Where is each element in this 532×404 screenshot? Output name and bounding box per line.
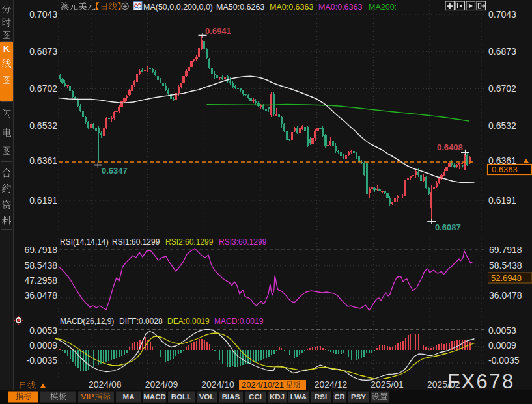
svg-text:RSI2:60.1299: RSI2:60.1299 <box>165 237 214 247</box>
svg-text:RSI(14,14,14): RSI(14,14,14) <box>60 237 109 247</box>
svg-text:36.0478: 36.0478 <box>24 290 57 301</box>
svg-text:RSI: RSI <box>315 393 327 401</box>
svg-text:MACD: MACD <box>143 393 166 401</box>
svg-text:-0.0035: -0.0035 <box>488 355 520 366</box>
svg-text:0.0053: 0.0053 <box>29 325 57 336</box>
svg-text:0.6702: 0.6702 <box>488 83 516 94</box>
svg-text:0.6873: 0.6873 <box>29 46 57 57</box>
svg-text:0.6408: 0.6408 <box>437 142 463 152</box>
svg-text:0.0009: 0.0009 <box>488 340 516 351</box>
svg-text:0.6702: 0.6702 <box>29 83 57 94</box>
svg-text:0.6347: 0.6347 <box>102 166 128 176</box>
svg-text:VOL: VOL <box>199 393 215 401</box>
svg-text:MA0:0.6363: MA0:0.6363 <box>270 3 313 12</box>
svg-text:K: K <box>3 44 10 54</box>
svg-text:47.2958: 47.2958 <box>24 275 57 286</box>
svg-text:0.7043: 0.7043 <box>488 9 516 20</box>
svg-text:58.5438: 58.5438 <box>24 260 57 271</box>
svg-text:0.6191: 0.6191 <box>488 195 516 206</box>
svg-text:RSI3:60.1299: RSI3:60.1299 <box>219 237 267 247</box>
svg-text:0.6873: 0.6873 <box>488 46 516 57</box>
svg-text:MACD:0.0019: MACD:0.0019 <box>214 317 264 326</box>
svg-text:2024/12: 2024/12 <box>315 379 348 390</box>
svg-text:2024/09: 2024/09 <box>145 379 178 390</box>
svg-text:CCI: CCI <box>249 393 262 401</box>
svg-text:2024/08: 2024/08 <box>89 379 122 390</box>
svg-text:KDJ: KDJ <box>270 393 285 401</box>
svg-text:69.7918: 69.7918 <box>489 245 522 255</box>
svg-text:DIFF:0.0028: DIFF:0.0028 <box>119 317 163 326</box>
svg-text:VIP: VIP <box>81 392 94 401</box>
svg-text:0.6532: 0.6532 <box>488 120 516 131</box>
svg-text:PSY: PSY <box>351 393 366 401</box>
svg-text:0.6191: 0.6191 <box>29 195 57 206</box>
svg-text:MA50:0.6263: MA50:0.6263 <box>216 3 264 12</box>
svg-text:MA: MA <box>123 393 135 401</box>
svg-text:MACD(26,12,9): MACD(26,12,9) <box>60 317 114 326</box>
svg-text:CR: CR <box>334 393 345 401</box>
svg-text:DEA:0.0019: DEA:0.0019 <box>167 317 210 326</box>
svg-text:52.6948: 52.6948 <box>491 273 522 283</box>
svg-text:-0.0035: -0.0035 <box>27 355 58 366</box>
svg-text:0.0053: 0.0053 <box>488 325 516 336</box>
svg-text:69.7918: 69.7918 <box>24 245 57 255</box>
svg-text:0.0009: 0.0009 <box>29 340 57 351</box>
svg-text:BOLL: BOLL <box>171 393 191 401</box>
svg-text:0.6941: 0.6941 <box>205 26 231 36</box>
svg-text:RSI1:60.1299: RSI1:60.1299 <box>112 237 160 247</box>
svg-text:58.5438: 58.5438 <box>489 260 522 271</box>
svg-text:0.7043: 0.7043 <box>29 9 57 20</box>
svg-text:LW&: LW& <box>290 393 307 401</box>
svg-text:36.0478: 36.0478 <box>489 290 522 301</box>
svg-text:MA(50,0,0,200,0,0): MA(50,0,0,200,0,0) <box>143 3 213 12</box>
svg-text:MA0:0.6363: MA0:0.6363 <box>318 3 362 12</box>
svg-text:2024/10: 2024/10 <box>201 379 234 390</box>
svg-text:0.6361: 0.6361 <box>29 155 57 166</box>
svg-text:0.6087: 0.6087 <box>435 222 461 232</box>
svg-text:2024/10/21: 2024/10/21 <box>242 380 284 390</box>
svg-text:0.6532: 0.6532 <box>29 120 57 131</box>
svg-text:FX678: FX678 <box>447 370 515 393</box>
svg-text:2025/01: 2025/01 <box>371 379 404 390</box>
svg-text:MA200:: MA200: <box>369 3 397 12</box>
svg-text:0.6363: 0.6363 <box>492 165 518 174</box>
svg-text:BIAS: BIAS <box>222 393 240 401</box>
